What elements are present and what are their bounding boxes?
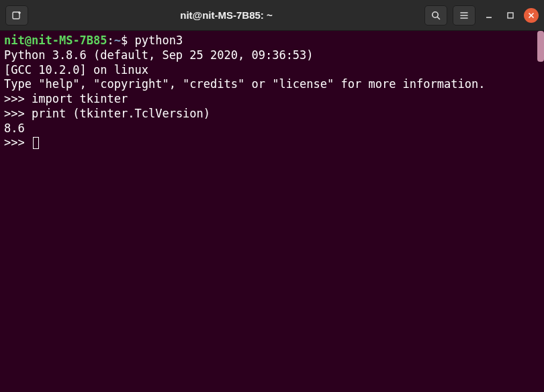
python-prompt: >>> <box>4 136 32 149</box>
terminal-line: 8.6 <box>4 121 540 136</box>
scrollbar[interactable] <box>537 31 544 392</box>
close-icon <box>528 12 535 19</box>
menu-button[interactable] <box>453 5 475 26</box>
terminal-line: nit@nit-MS-7B85:~$ python3 <box>4 34 540 48</box>
cursor <box>33 137 39 149</box>
python-prompt: >>> <box>4 92 32 105</box>
terminal-line: [GCC 10.2.0] on linux <box>4 63 540 78</box>
new-tab-icon <box>11 10 22 21</box>
python-command: print (tkinter.TclVersion) <box>32 107 210 120</box>
scrollbar-thumb[interactable] <box>537 31 544 62</box>
command-text: python3 <box>135 34 183 47</box>
close-button[interactable] <box>524 8 539 23</box>
python-command: import tkinter <box>32 92 128 105</box>
minimize-icon <box>485 11 493 19</box>
terminal-line: Python 3.8.6 (default, Sep 25 2020, 09:3… <box>4 48 540 63</box>
prompt-colon: : <box>107 34 114 47</box>
new-tab-button[interactable] <box>5 5 28 26</box>
prompt-user: nit <box>4 34 25 47</box>
hamburger-icon <box>459 10 469 21</box>
svg-line-4 <box>437 17 439 19</box>
search-button[interactable] <box>424 5 447 26</box>
minimize-button[interactable] <box>481 7 497 23</box>
maximize-button[interactable] <box>502 7 518 23</box>
maximize-icon <box>506 11 514 19</box>
window-title: nit@nit-MS-7B85: ~ <box>32 9 420 21</box>
titlebar-right <box>424 5 539 26</box>
titlebar: nit@nit-MS-7B85: ~ <box>0 0 544 31</box>
prompt-symbol: $ <box>121 34 134 47</box>
terminal-window: nit@nit-MS-7B85: ~ <box>0 0 544 392</box>
python-prompt: >>> <box>4 107 32 120</box>
terminal-line: Type "help", "copyright", "credits" or "… <box>4 77 540 92</box>
terminal-line: >>> <box>4 136 540 150</box>
prompt-at: @ <box>25 34 32 47</box>
terminal-body[interactable]: nit@nit-MS-7B85:~$ python3 Python 3.8.6 … <box>0 31 544 392</box>
prompt-path: ~ <box>114 34 121 47</box>
terminal-line: >>> print (tkinter.TclVersion) <box>4 107 540 121</box>
prompt-host: nit-MS-7B85 <box>32 34 107 47</box>
terminal-line: >>> import tkinter <box>4 92 540 107</box>
search-icon <box>430 10 441 21</box>
titlebar-left <box>5 5 28 26</box>
svg-rect-9 <box>508 13 513 18</box>
